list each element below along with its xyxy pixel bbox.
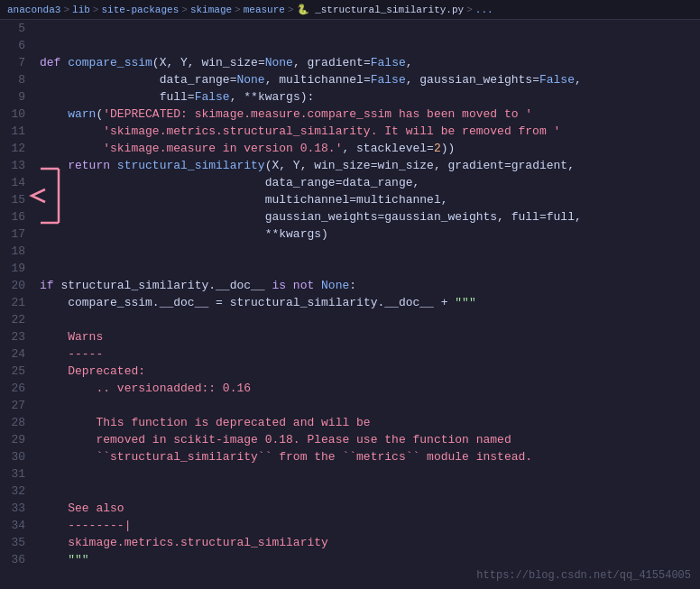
code-line: 16 gaussian_weights=gaussian_weights, fu… xyxy=(0,208,700,225)
code-line: 8 data_range=None, multichannel=False, g… xyxy=(0,71,700,88)
code-line: 26 .. versionadded:: 0.16 xyxy=(0,380,700,397)
code-line: 6 xyxy=(0,37,700,54)
code-line: 24 ----- xyxy=(0,345,700,363)
code-line: 13 return structural_similarity(X, Y, wi… xyxy=(0,157,700,174)
tab-bar: anaconda3 > lib > site-packages > skimag… xyxy=(0,0,700,20)
code-line: 27 xyxy=(0,397,700,414)
code-line: 5 xyxy=(0,20,700,37)
breadcrumb-skimage: skimage xyxy=(190,5,232,15)
code-line: 23 Warns xyxy=(0,328,700,345)
breadcrumb-lib: lib xyxy=(72,5,90,15)
code-line: 30 ``structural_similarity`` from the ``… xyxy=(0,448,700,465)
code-line: 35 skimage.metrics.structural_similarity xyxy=(0,534,700,551)
code-line: 21 compare_ssim.__doc__ = structural_sim… xyxy=(0,294,700,311)
code-line: 19 xyxy=(0,260,700,277)
breadcrumb-more: ... xyxy=(475,5,493,15)
code-line: 22 xyxy=(0,311,700,328)
code-line: 29 removed in scikit-image 0.18. Please … xyxy=(0,431,700,448)
code-line: 34 --------| xyxy=(0,517,700,534)
breadcrumb-anaconda3: anaconda3 xyxy=(7,5,60,15)
code-line: 31 xyxy=(0,465,700,483)
code-line: 14 data_range=data_range, xyxy=(0,174,700,191)
breadcrumb-site-packages: site-packages xyxy=(101,5,179,15)
code-line: 10 warn('DEPRECATED: skimage.measure.com… xyxy=(0,106,700,123)
code-line: 33 See also xyxy=(0,500,700,517)
code-line: 32 xyxy=(0,483,700,500)
code-line: 25 Deprecated: xyxy=(0,363,700,380)
code-line: 18 xyxy=(0,243,700,260)
code-line: 28 This function is deprecated and will … xyxy=(0,414,700,431)
code-line: 36 """ xyxy=(0,551,700,568)
code-line: 9 full=False, **kwargs): xyxy=(0,88,700,106)
watermark-url: https://blog.csdn.net/qq_41554005 xyxy=(476,569,691,582)
editor-area: 5 6 7 def compare_ssim(X, Y, win_size=No… xyxy=(0,20,700,589)
code-line: 17 **kwargs) xyxy=(0,225,700,243)
code-editor: 5 6 7 def compare_ssim(X, Y, win_size=No… xyxy=(0,20,700,589)
code-line: 12 'skimage.measure in version 0.18.', s… xyxy=(0,140,700,157)
breadcrumb-file: 🐍 _structural_similarity.py xyxy=(297,4,465,15)
breadcrumb-measure: measure xyxy=(244,5,285,15)
code-line: 7 def compare_ssim(X, Y, win_size=None, … xyxy=(0,54,700,71)
code-line: 11 'skimage.metrics.structural_similarit… xyxy=(0,123,700,140)
code-line: 15 multichannel=multichannel, xyxy=(0,191,700,208)
code-line: 20 if structural_similarity.__doc__ is n… xyxy=(0,277,700,294)
